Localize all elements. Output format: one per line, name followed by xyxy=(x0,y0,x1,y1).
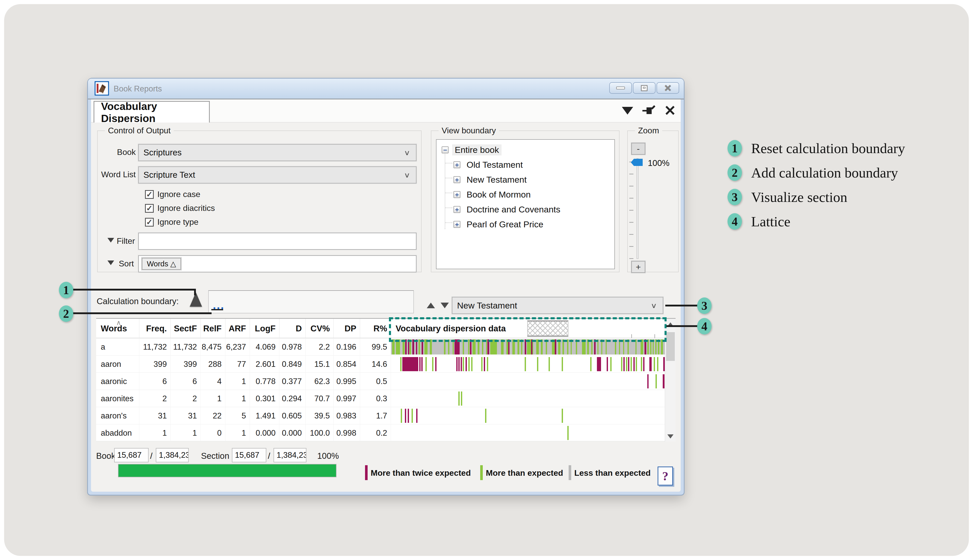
tab-vocabulary-dispersion[interactable]: Vocabulary Dispersion xyxy=(94,101,210,123)
column-header-r[interactable]: R% xyxy=(360,319,391,338)
tree-item[interactable]: + Old Testament xyxy=(453,159,525,170)
book-current-field[interactable]: 15,687 xyxy=(114,448,149,462)
tree-item-entire-book[interactable]: − Entire book xyxy=(441,144,502,155)
scroll-down-icon[interactable] xyxy=(667,434,674,438)
dispersion-cell xyxy=(391,355,665,373)
word-cell: aaron's xyxy=(96,407,139,424)
column-header-relf[interactable]: RelF xyxy=(201,319,226,338)
lattice-pattern-box[interactable] xyxy=(527,320,568,337)
tree-item[interactable]: + New Testament xyxy=(453,174,529,185)
calculation-boundary-field[interactable] xyxy=(208,290,414,313)
column-header-dp[interactable]: DP xyxy=(334,319,360,338)
dispersion-stripe xyxy=(401,409,402,423)
view-boundary-tree[interactable]: − Entire book + Old Testament + New Test… xyxy=(436,139,615,269)
column-header-d[interactable]: D xyxy=(279,319,306,338)
zoom-in-button[interactable]: + xyxy=(631,261,645,273)
table-header-row[interactable]: WordsFreq.SectFRelFARFLogFDCV%DPR%∧ Voca… xyxy=(96,319,665,338)
tab-close-icon[interactable]: ✕ xyxy=(664,103,676,118)
column-header-dispersion[interactable]: Vocabulary dispersion data xyxy=(391,319,665,338)
restore-icon xyxy=(641,85,647,91)
scrollbar-thumb[interactable] xyxy=(666,332,675,361)
section-total-field[interactable]: 1,384,233 xyxy=(274,448,306,462)
dispersion-stripe xyxy=(635,339,637,355)
sort-label: Sort xyxy=(119,259,134,268)
tree-item[interactable]: + Book of Mormon xyxy=(453,189,533,200)
restore-button[interactable] xyxy=(633,82,655,94)
value-cell: 14.6 xyxy=(360,355,391,373)
filter-expand-icon[interactable] xyxy=(107,238,114,242)
dispersion-stripe xyxy=(663,374,665,388)
table-row[interactable]: aaronites22110.3010.29470.70.9970.3 xyxy=(96,390,665,407)
value-cell: 0.854 xyxy=(334,355,360,373)
expand-icon[interactable]: + xyxy=(453,161,460,168)
percent-label: 100% xyxy=(317,451,339,461)
sort-words-chip[interactable]: Words △ xyxy=(142,258,181,270)
reset-calculation-boundary-button[interactable] xyxy=(190,292,202,307)
section-up-icon[interactable] xyxy=(427,303,435,308)
tree-item[interactable]: + Doctrine and Covenants xyxy=(453,204,563,215)
dispersion-stripe xyxy=(490,339,497,355)
table-row[interactable]: aaron's31312251.4910.60539.50.9831.7 xyxy=(96,407,665,424)
filter-input[interactable] xyxy=(138,233,416,250)
book-total-field[interactable]: 1,384,233 xyxy=(156,448,189,462)
tab-menu-icon[interactable] xyxy=(622,107,633,115)
dispersion-stripe xyxy=(567,426,568,440)
dispersion-stripe xyxy=(448,339,449,355)
value-cell: 0.997 xyxy=(334,390,360,407)
expand-icon[interactable]: + xyxy=(453,206,460,213)
value-cell: 0.995 xyxy=(334,373,360,390)
section-down-icon[interactable] xyxy=(441,303,449,308)
expand-icon[interactable]: + xyxy=(453,176,460,183)
vertical-scrollbar[interactable] xyxy=(665,319,675,442)
column-header-logf[interactable]: LogF xyxy=(250,319,279,338)
window-titlebar[interactable]: Book Reports ✕ xyxy=(88,78,684,98)
dispersion-stripe xyxy=(649,357,652,371)
checkbox-checked-icon[interactable]: ✓ xyxy=(145,190,154,199)
collapse-icon[interactable]: − xyxy=(441,147,448,153)
table-row[interactable]: abaddon11010.0000.000100.00.9980.2 xyxy=(96,424,665,442)
zoom-slider-track[interactable] xyxy=(637,158,639,259)
table-row[interactable]: aaronic66410.7780.37762.30.9950.5 xyxy=(96,373,665,390)
tree-item-label: Book of Mormon xyxy=(464,189,533,200)
chevron-down-icon: ∨ xyxy=(650,301,657,310)
visualize-section-select[interactable]: New Testament ∨ xyxy=(452,297,663,314)
zoom-tick xyxy=(629,198,634,198)
column-header-sectf[interactable]: SectF xyxy=(171,319,201,338)
dispersion-stripe xyxy=(396,339,400,355)
dispersion-stripe xyxy=(468,339,470,355)
section-current-field[interactable]: 15,687 xyxy=(232,448,266,462)
word-list-select[interactable]: Scripture Text ∨ xyxy=(138,167,416,183)
ignore-case-checkbox-row[interactable]: ✓ Ignore case xyxy=(145,190,200,199)
column-header-arf[interactable]: ARF xyxy=(226,319,250,338)
value-cell: 0.294 xyxy=(279,390,306,407)
zoom-out-button[interactable]: - xyxy=(631,143,645,155)
dispersion-stripe xyxy=(508,339,510,355)
value-cell: 0.998 xyxy=(334,424,360,442)
dispersion-stripe xyxy=(647,374,649,388)
column-header-cv[interactable]: CV% xyxy=(306,319,334,338)
minimize-button[interactable] xyxy=(609,82,632,94)
add-calculation-boundary-button[interactable]: ... xyxy=(213,302,225,308)
expand-icon[interactable]: + xyxy=(453,221,460,228)
value-cell: 22 xyxy=(201,407,226,424)
tree-item[interactable]: + Pearl of Great Price xyxy=(453,219,546,230)
sort-expand-icon[interactable] xyxy=(107,260,114,265)
ignore-type-checkbox-row[interactable]: ✓ Ignore type xyxy=(145,217,199,227)
dispersion-stripe xyxy=(392,339,395,355)
book-select[interactable]: Scriptures ∨ xyxy=(138,144,416,161)
dispersion-stripe xyxy=(444,339,445,355)
page-background: Book Reports ✕ Vocabulary Dispersion ✕ xyxy=(4,4,969,556)
table-row[interactable]: a11,73211,7328,4756,2374.0690.9782.20.19… xyxy=(96,338,665,355)
help-icon[interactable]: ? xyxy=(657,467,673,485)
checkbox-checked-icon[interactable]: ✓ xyxy=(145,218,154,227)
checkbox-checked-icon[interactable]: ✓ xyxy=(145,204,154,213)
ignore-diacritics-checkbox-row[interactable]: ✓ Ignore diacritics xyxy=(145,203,215,213)
view-boundary-label: View boundary xyxy=(438,126,499,135)
dispersion-stripe xyxy=(512,339,515,355)
close-window-button[interactable]: ✕ xyxy=(657,82,679,94)
dispersion-stripe xyxy=(626,357,627,371)
column-header-freq[interactable]: Freq. xyxy=(139,319,171,338)
table-row[interactable]: aaron399399288772.6010.84915.10.85414.6 xyxy=(96,355,665,373)
expand-icon[interactable]: + xyxy=(453,191,460,198)
pin-icon[interactable] xyxy=(642,105,655,117)
